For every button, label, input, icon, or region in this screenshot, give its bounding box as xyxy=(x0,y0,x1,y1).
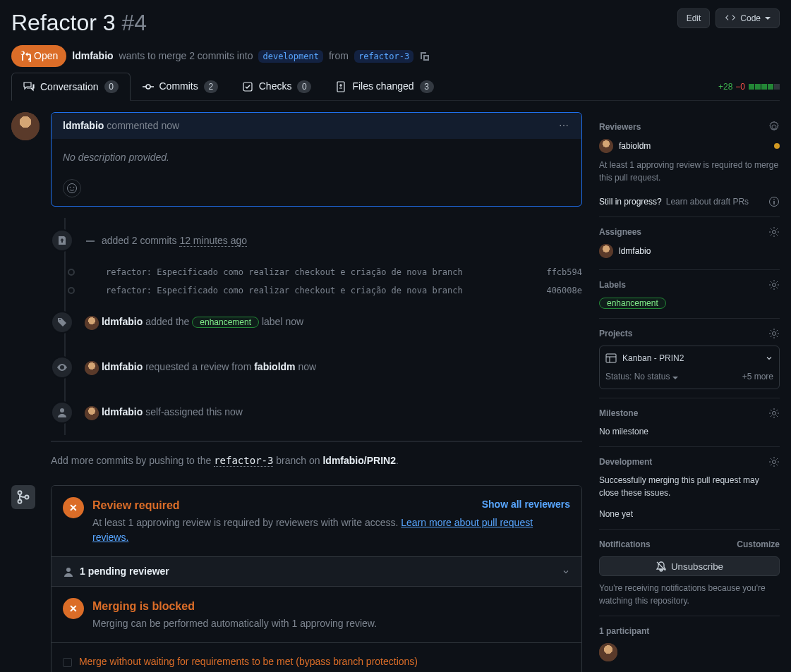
code-button[interactable]: Code xyxy=(715,8,780,28)
added-commits-text: added 2 commits xyxy=(102,235,177,246)
git-merge-icon xyxy=(16,490,30,504)
avatar-small[interactable] xyxy=(599,244,613,258)
project-more[interactable]: +5 more xyxy=(742,370,773,383)
avatar-small[interactable] xyxy=(85,316,99,330)
pr-author[interactable]: ldmfabio xyxy=(72,49,113,63)
unsubscribe-button[interactable]: Unsubscribe xyxy=(599,556,780,576)
comment-author[interactable]: ldmfabio xyxy=(63,118,104,133)
tab-commits[interactable]: Commits 2 xyxy=(131,73,230,100)
tab-checks[interactable]: Checks 0 xyxy=(230,73,324,100)
labels-heading[interactable]: Labels xyxy=(599,279,626,291)
assignees-heading[interactable]: Assignees xyxy=(599,226,641,238)
avatar-small[interactable] xyxy=(599,139,613,153)
chevron-down-icon[interactable] xyxy=(765,354,773,362)
svg-point-4 xyxy=(70,187,71,188)
project-icon xyxy=(605,353,617,364)
avatar[interactable] xyxy=(11,112,40,140)
commit-sha[interactable]: ffcb594 xyxy=(546,266,582,279)
notifications-heading: Notifications xyxy=(599,538,651,551)
notifications-customize[interactable]: Customize xyxy=(737,538,780,551)
event-author[interactable]: ldmfabio xyxy=(102,361,143,372)
head-branch[interactable]: refactor-3 xyxy=(354,50,413,63)
base-branch[interactable]: development xyxy=(258,50,322,63)
push-hint-repo[interactable]: ldmfabio/PRIN2 xyxy=(322,455,395,466)
diff-bar xyxy=(748,84,780,90)
gear-icon[interactable] xyxy=(768,279,780,291)
svg-point-22 xyxy=(773,231,776,234)
draft-question: Still in progress? xyxy=(599,195,662,208)
avatar-small[interactable] xyxy=(85,406,99,420)
reviewers-note: At least 1 approving review is required … xyxy=(599,159,780,184)
git-pull-request-icon xyxy=(20,51,31,62)
review-event-text: ldmfabio requested a review from fabiold… xyxy=(85,360,316,374)
add-reaction-button[interactable] xyxy=(63,179,81,197)
svg-point-24 xyxy=(773,332,776,336)
meta-wants: wants to merge 2 commits into xyxy=(119,49,253,63)
bypass-label[interactable]: Merge without waiting for requirements t… xyxy=(79,656,418,667)
tab-files-count: 3 xyxy=(420,80,434,93)
pr-title: Refactor 3 #4 xyxy=(11,6,147,39)
sidebar: Reviewers fabioldm At least 1 approving … xyxy=(599,112,780,672)
event-author[interactable]: ldmfabio xyxy=(102,316,143,327)
commit-sha[interactable]: 406008e xyxy=(546,284,582,297)
commit-row[interactable]: refactor: Especificado como realizar che… xyxy=(56,281,582,300)
milestone-heading[interactable]: Milestone xyxy=(599,407,638,420)
added-commits-time[interactable]: 12 minutes ago xyxy=(179,235,247,247)
diff-additions: +28 xyxy=(718,80,732,93)
event-author[interactable]: ldmfabio xyxy=(102,406,143,417)
show-all-reviewers-link[interactable]: Show all reviewers xyxy=(482,497,570,512)
gear-icon[interactable] xyxy=(768,408,780,419)
svg-point-8 xyxy=(18,500,22,503)
participants-heading: 1 participant xyxy=(599,625,780,637)
tab-files[interactable]: Files changed 3 xyxy=(323,73,445,100)
comment-menu-button[interactable]: ⋯ xyxy=(559,118,570,133)
projects-heading[interactable]: Projects xyxy=(599,327,632,340)
bypass-checkbox[interactable] xyxy=(63,658,72,667)
commit-row[interactable]: refactor: Especificado como realizar che… xyxy=(56,263,582,281)
svg-point-0 xyxy=(146,85,150,89)
pending-reviewer-text: 1 pending reviewer xyxy=(80,564,169,579)
label-pill[interactable]: enhancement xyxy=(599,298,666,309)
project-status[interactable]: Status: No status xyxy=(605,370,678,383)
pending-reviewer-row[interactable]: 1 pending reviewer xyxy=(52,557,581,587)
comment-time: commented now xyxy=(107,118,179,133)
svg-point-27 xyxy=(773,460,776,464)
push-hint-mid: branch on xyxy=(276,455,320,466)
comment-discussion-icon xyxy=(23,81,35,92)
project-card[interactable]: Kanban - PRIN2 Status: No status +5 more xyxy=(599,346,780,389)
copy-icon[interactable] xyxy=(419,51,430,62)
info-icon[interactable] xyxy=(768,196,780,207)
status-badge: Open xyxy=(11,45,66,67)
commit-message[interactable]: refactor: Especificado como realizar che… xyxy=(100,284,546,297)
event-reviewer[interactable]: fabioldm xyxy=(254,361,295,372)
push-hint-branch[interactable]: refactor-3 xyxy=(214,455,273,467)
participant-avatar[interactable] xyxy=(599,643,617,661)
event-when: now xyxy=(298,361,316,372)
avatar-small[interactable] xyxy=(85,361,99,375)
assignee-name[interactable]: ldmfabio xyxy=(619,245,651,257)
label-pill[interactable]: enhancement xyxy=(192,317,259,328)
push-hint-prefix: Add more commits by pushing to the xyxy=(51,455,211,466)
reviewers-heading[interactable]: Reviewers xyxy=(599,121,641,133)
edit-button[interactable]: Edit xyxy=(677,8,711,28)
gear-icon[interactable] xyxy=(768,456,780,468)
bell-slash-icon xyxy=(656,561,667,572)
smiley-icon xyxy=(66,183,78,194)
gear-icon[interactable] xyxy=(768,226,780,238)
gear-icon[interactable] xyxy=(768,328,780,339)
push-event-badge xyxy=(51,229,73,252)
tab-conversation-label: Conversation xyxy=(40,80,99,94)
merge-blocked-title: Merging is blocked xyxy=(92,598,377,615)
event-action: requested a review from xyxy=(145,361,251,372)
person-icon xyxy=(63,566,74,578)
draft-link[interactable]: Learn about draft PRs xyxy=(666,195,749,208)
development-heading[interactable]: Development xyxy=(599,456,652,468)
project-name[interactable]: Kanban - PRIN2 xyxy=(622,352,684,365)
tab-conversation[interactable]: Conversation 0 xyxy=(11,73,131,101)
assign-event-badge xyxy=(51,401,73,424)
git-compare-icon xyxy=(85,236,96,247)
gear-icon[interactable] xyxy=(768,121,780,133)
svg-point-5 xyxy=(73,187,75,188)
reviewer-name[interactable]: fabioldm xyxy=(619,140,651,152)
commit-message[interactable]: refactor: Especificado como realizar che… xyxy=(100,266,546,279)
